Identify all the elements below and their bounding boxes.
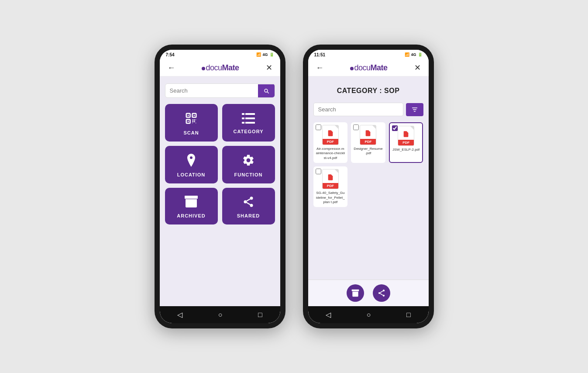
file-name-1: Air-compressor-maintenance-checklist-v4.…: [316, 147, 345, 160]
close-button-2[interactable]: ✕: [413, 63, 423, 73]
bottom-bar: [308, 280, 429, 306]
logo-dot-2: [350, 67, 354, 70]
qr-icon: [185, 112, 198, 127]
file-checkbox-2[interactable]: [353, 124, 359, 130]
tile-shared[interactable]: SHARED: [222, 188, 275, 224]
search-icon-1: [263, 88, 269, 94]
back-button-1[interactable]: ←: [166, 63, 177, 73]
svg-rect-14: [242, 113, 244, 115]
app-header-1: ← docuMate ✕: [160, 59, 280, 76]
tile-label-shared: SHARED: [237, 213, 260, 218]
tile-category[interactable]: CATEGORY: [222, 104, 275, 142]
svg-rect-3: [188, 115, 189, 116]
file-item-3[interactable]: PDF JSW_ESLP-2.pdf: [389, 122, 423, 163]
svg-rect-8: [194, 120, 195, 121]
svg-rect-10: [194, 121, 195, 122]
pdf-badge-2: PDF: [360, 139, 376, 145]
file-item-2[interactable]: PDF Designer_Resume .pdf: [351, 122, 385, 163]
app-header-2: ← docuMate ✕: [308, 59, 429, 76]
logo-dot-1: [202, 67, 205, 70]
tile-label-scan: SCAN: [183, 130, 199, 135]
svg-rect-26: [351, 290, 359, 291]
nav-home-2[interactable]: ○: [362, 310, 375, 320]
tile-location[interactable]: LOCATION: [165, 146, 218, 183]
file-checkbox-1[interactable]: [316, 124, 321, 130]
search-input-1[interactable]: [165, 84, 258, 97]
svg-rect-4: [194, 115, 195, 116]
menu-grid-1: SCAN CATEGORY: [165, 104, 275, 224]
nav-home-1[interactable]: ○: [214, 310, 227, 320]
svg-rect-9: [193, 121, 194, 122]
tile-archived[interactable]: ARCHIVED: [165, 188, 218, 224]
gear-icon: [242, 154, 255, 169]
file-checkbox-3[interactable]: [392, 125, 398, 131]
svg-rect-16: [242, 117, 244, 119]
archive-action-icon: [351, 289, 360, 297]
status-bar-2: 11:51 📶 4G 🔋: [308, 50, 429, 59]
file-grid: PDF Air-compressor-maintenance-checklist…: [313, 122, 423, 207]
nav-back-2[interactable]: ◁: [321, 310, 335, 320]
tile-label-archived: ARCHIVED: [177, 213, 205, 218]
nav-recent-2[interactable]: □: [402, 310, 415, 320]
pdf-badge-4: PDF: [323, 183, 338, 189]
search-button-1[interactable]: [258, 84, 275, 97]
nav-bar-1: ◁ ○ □: [160, 306, 280, 323]
pin-icon: [186, 154, 197, 169]
pdf-badge-3: PDF: [398, 140, 414, 145]
svg-point-22: [244, 200, 247, 204]
svg-rect-7: [193, 120, 194, 121]
tile-function[interactable]: FUNCTION: [222, 146, 275, 183]
svg-rect-13: [196, 123, 196, 123]
tile-scan[interactable]: SCAN: [165, 104, 218, 142]
svg-rect-11: [196, 120, 196, 120]
category-title: CATEGORY : SOP: [313, 83, 423, 97]
search-bar-1: [165, 83, 275, 98]
nav-back-1[interactable]: ◁: [173, 310, 187, 320]
tile-label-location: LOCATION: [177, 172, 206, 177]
pdf-badge-1: PDF: [323, 139, 338, 145]
logo-text-mate-2: Mate: [371, 63, 388, 72]
filter-button[interactable]: [406, 103, 423, 116]
pdf-icon-3: PDF: [398, 126, 414, 146]
status-icons-1: 📶 4G 🔋: [256, 52, 274, 57]
back-button-2[interactable]: ←: [314, 63, 326, 73]
category-search-input[interactable]: [313, 103, 403, 116]
svg-line-24: [247, 203, 250, 205]
logo-text-docu-2: docu: [354, 63, 370, 72]
file-name-3: JSW_ESLP-2.pdf: [392, 148, 420, 152]
status-time-1: 7:54: [166, 52, 175, 57]
svg-rect-15: [245, 113, 255, 115]
svg-rect-20: [185, 196, 198, 199]
svg-rect-12: [193, 123, 193, 123]
archive-action-button[interactable]: [347, 284, 364, 302]
svg-point-29: [382, 295, 384, 297]
content-area-1: SCAN CATEGORY: [160, 76, 280, 306]
svg-rect-5: [188, 121, 189, 122]
logo-text-docu: docu: [206, 63, 222, 72]
phone-2: 11:51 📶 4G 🔋 ← docuMate ✕ CATEGORY : SOP: [303, 45, 434, 328]
pdf-icon-4: PDF: [322, 169, 339, 189]
file-item-4[interactable]: PDF SG-40_Safety_Guideline_for_Pellet_pl…: [313, 166, 348, 207]
nav-recent-1[interactable]: □: [254, 310, 267, 320]
svg-rect-18: [242, 122, 244, 124]
filter-icon: [411, 106, 418, 113]
pdf-icon-2: PDF: [360, 125, 376, 145]
share-action-button[interactable]: [373, 284, 390, 302]
nav-bar-2: ◁ ○ □: [308, 306, 429, 323]
list-icon: [242, 113, 255, 125]
content-area-2: CATEGORY : SOP: [308, 76, 429, 280]
status-icons-2: 📶 4G 🔋: [405, 52, 422, 57]
pdf-icon-1: PDF: [322, 125, 339, 145]
svg-line-30: [380, 294, 382, 295]
svg-rect-19: [245, 122, 255, 124]
status-time-2: 11:51: [314, 52, 326, 57]
close-button-1[interactable]: ✕: [264, 63, 274, 73]
file-checkbox-4[interactable]: [316, 169, 321, 174]
share-icon: [242, 196, 254, 210]
file-name-4: SG-40_Safety_Guideline_for_Pellet_plan t…: [316, 191, 345, 204]
svg-point-28: [378, 292, 380, 294]
file-name-2: Designer_Resume .pdf: [354, 147, 383, 156]
file-item-1[interactable]: PDF Air-compressor-maintenance-checklist…: [313, 122, 348, 163]
tile-label-category: CATEGORY: [233, 129, 263, 134]
svg-line-31: [380, 291, 382, 293]
